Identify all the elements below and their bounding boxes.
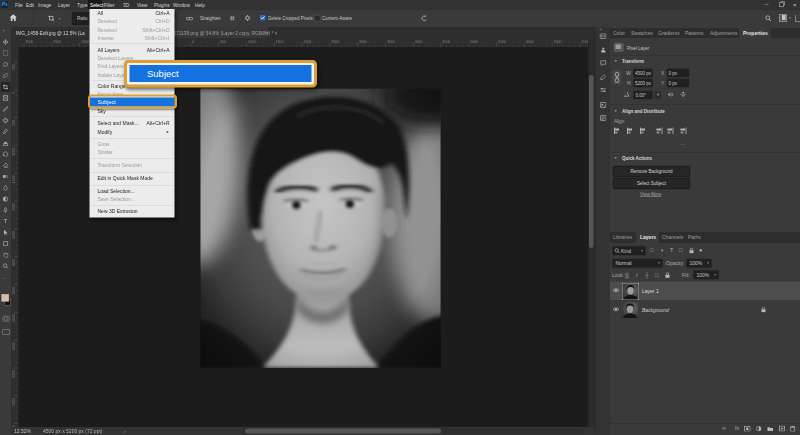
svg-text:500: 500 [12, 64, 16, 70]
svg-text:4500: 4500 [443, 40, 451, 44]
svg-text:2000: 2000 [12, 203, 16, 211]
svg-text:3000: 3000 [12, 259, 16, 267]
svg-text:5000: 5000 [470, 40, 478, 44]
svg-text:3000: 3000 [26, 40, 34, 44]
svg-text:0: 0 [12, 92, 16, 94]
svg-text:500: 500 [220, 40, 226, 44]
svg-text:1500: 1500 [276, 40, 284, 44]
svg-text:4500: 4500 [12, 342, 16, 350]
svg-text:4000: 4000 [415, 40, 423, 44]
svg-text:4000: 4000 [12, 314, 16, 322]
svg-text:T: T [4, 218, 8, 224]
svg-text:3500: 3500 [12, 287, 16, 295]
svg-text:2500: 2500 [53, 40, 61, 44]
svg-text:0: 0 [192, 40, 194, 44]
svg-text:500: 500 [12, 120, 16, 126]
svg-text:1000: 1000 [12, 148, 16, 156]
svg-text:6500: 6500 [554, 40, 562, 44]
svg-text:1000: 1000 [248, 40, 256, 44]
svg-text:2000: 2000 [81, 40, 89, 44]
svg-text:2500: 2500 [331, 40, 339, 44]
svg-text:3000: 3000 [359, 40, 367, 44]
svg-text:5000: 5000 [12, 370, 16, 378]
svg-text:1500: 1500 [12, 175, 16, 183]
svg-text:2000: 2000 [304, 40, 312, 44]
svg-text:5500: 5500 [498, 40, 506, 44]
svg-text:2500: 2500 [12, 231, 16, 239]
svg-text:6000: 6000 [526, 40, 534, 44]
svg-text:5500: 5500 [12, 398, 16, 406]
svg-text:3500: 3500 [387, 40, 395, 44]
